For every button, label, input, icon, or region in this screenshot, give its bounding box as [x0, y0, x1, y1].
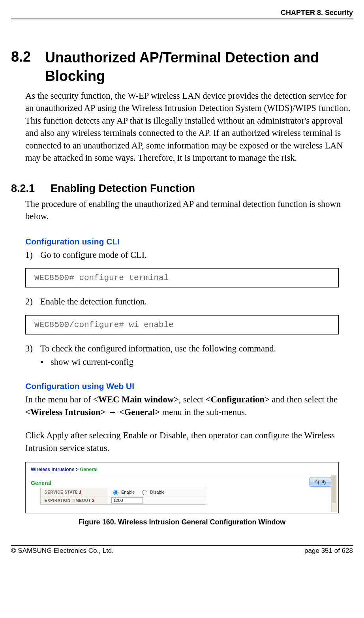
step-text: To check the configured information, use…	[40, 342, 276, 355]
page-header: CHAPTER 8. Security	[11, 0, 353, 17]
list-item: 1) Go to configure mode of CLI.	[25, 249, 353, 261]
code-text: WEC8500# configure terminal	[34, 273, 169, 282]
copyright: © SAMSUNG Electronics Co., Ltd.	[11, 547, 114, 555]
subsection-number: 8.2.1	[11, 182, 51, 195]
subsection-heading: 8.2.1 Enabling Detection Function	[11, 182, 353, 195]
webui-config-heading: Configuration using Web UI	[25, 381, 353, 391]
code-text: WEC8500/configure# wi enable	[34, 320, 174, 329]
apply-button[interactable]: Apply	[310, 477, 332, 487]
config-form-table: SERVICE STATE 1 Enable Disable EXPIRATIO…	[40, 488, 206, 505]
section-number: 8.2	[11, 49, 45, 65]
figure-caption: Figure 160. Wireless Intrusion General C…	[11, 518, 353, 526]
table-row: EXPIRATION TIMEOUT 2	[41, 496, 206, 505]
section-intro: As the security function, the W-EP wirel…	[25, 90, 353, 164]
disable-label: Disable	[150, 490, 165, 494]
webui-para-1: In the menu bar of <WEC Main window>, se…	[25, 393, 353, 418]
list-item: 3) To check the configured information, …	[25, 342, 353, 355]
divider	[28, 475, 336, 475]
table-row: SERVICE STATE 1 Enable Disable	[41, 488, 206, 496]
enable-radio[interactable]	[113, 490, 118, 495]
code-block: WEC8500# configure terminal	[25, 268, 339, 287]
subsection-intro: The procedure of enabling the unauthoriz…	[25, 198, 353, 223]
breadcrumb-leaf: General	[80, 467, 98, 472]
subsection-title: Enabling Detection Function	[51, 182, 195, 195]
list-item: 2) Enable the detection function.	[25, 295, 353, 308]
form-section-label: General	[31, 480, 329, 486]
page-footer: © SAMSUNG Electronics Co., Ltd. page 351…	[11, 546, 353, 564]
step-marker: 2)	[25, 295, 40, 308]
bullet-item: show wi current-config	[40, 357, 353, 367]
step-marker: 1)	[25, 249, 40, 261]
page-number: page 351 of 628	[304, 547, 353, 555]
chapter-label: CHAPTER 8. Security	[281, 9, 353, 17]
expiration-timeout-input[interactable]	[111, 497, 143, 503]
step-text: Enable the detection function.	[40, 295, 147, 308]
section-title: Unauthorized AP/Terminal Detection and B…	[45, 49, 353, 86]
breadcrumb: Wireless Intrusions > General	[27, 464, 337, 475]
scrollbar[interactable]	[331, 475, 337, 512]
webui-para-2: Click Apply after selecting Enable or Di…	[25, 429, 353, 454]
cli-config-heading: Configuration using CLI	[25, 237, 353, 246]
bullet-text: show wi current-config	[51, 357, 133, 367]
breadcrumb-root: Wireless Intrusions	[31, 467, 75, 472]
row-label: SERVICE STATE 1	[41, 488, 108, 496]
step-text: Go to configure mode of CLI.	[40, 249, 147, 261]
disable-radio[interactable]	[142, 490, 147, 495]
section-heading: 8.2 Unauthorized AP/Terminal Detection a…	[11, 49, 353, 86]
step-marker: 3)	[25, 342, 40, 355]
enable-label: Enable	[121, 490, 135, 494]
figure-screenshot: Wireless Intrusions > General Apply Gene…	[25, 462, 339, 513]
code-block: WEC8500/configure# wi enable	[25, 315, 339, 334]
row-label: EXPIRATION TIMEOUT 2	[41, 496, 108, 505]
